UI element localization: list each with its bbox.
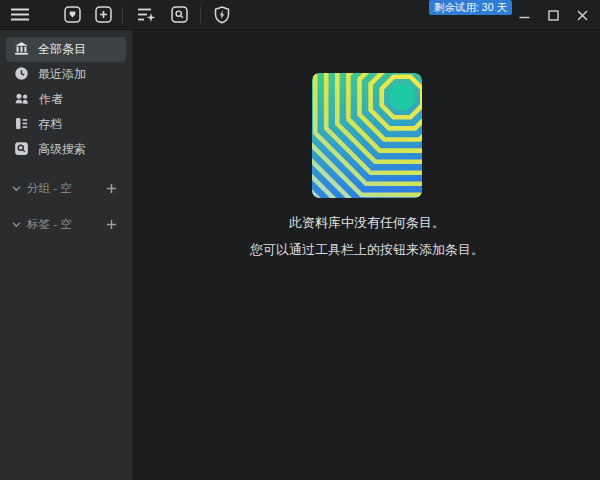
main-content: 此资料库中没有任何条目。 您可以通过工具栏上的按钮来添加条目。 [134,30,600,480]
hamburger-menu-icon[interactable] [7,3,33,27]
plus-icon[interactable] [102,179,120,197]
trial-badge[interactable]: 剩余试用: 30 天 [429,0,512,15]
empty-state-subtitle: 您可以通过工具栏上的按钮来添加条目。 [250,241,484,259]
clock-icon [14,66,29,84]
sidebar-item-label: 作者 [39,91,63,108]
toolbar-separator [122,7,123,23]
advanced-search-icon [14,141,29,159]
sidebar-section-tags[interactable]: 标签 - 空 [6,213,126,235]
sidebar-item-label: 存档 [38,116,62,133]
minimize-icon[interactable] [510,0,539,30]
sidebar: 全部条目 最近添加 作者 存档 高级搜索 分组 - 空 [0,30,133,480]
section-label: 标签 - 空 [27,217,72,232]
smart-list-star-icon[interactable] [133,3,159,27]
sidebar-item-label: 全部条目 [38,41,86,58]
section-label: 分组 - 空 [27,181,72,196]
toolbar-separator [200,7,201,23]
chevron-down-icon [12,218,21,230]
sidebar-item-archive[interactable]: 存档 [6,112,126,137]
sidebar-item-all-items[interactable]: 全部条目 [6,37,126,62]
archive-icon [14,116,29,134]
add-item-icon[interactable] [90,3,116,27]
plus-icon[interactable] [102,215,120,233]
titlebar: 剩余试用: 30 天 [0,0,600,30]
empty-state-title: 此资料库中没有任何条目。 [289,214,445,232]
sidebar-item-advanced-search[interactable]: 高级搜索 [6,137,126,162]
search-icon[interactable] [166,3,192,27]
import-item-icon[interactable] [59,3,85,27]
window-controls [510,0,597,30]
close-icon[interactable] [568,0,597,30]
artwork-center-blob [389,84,415,110]
maximize-icon[interactable] [539,0,568,30]
sidebar-item-label: 最近添加 [38,66,86,83]
sidebar-item-recently-added[interactable]: 最近添加 [6,62,126,87]
authors-people-icon [14,91,30,109]
sidebar-item-authors[interactable]: 作者 [6,87,126,112]
sidebar-item-label: 高级搜索 [38,141,86,158]
license-shield-icon[interactable] [209,3,235,27]
sidebar-section-groups[interactable]: 分组 - 空 [6,177,126,199]
chevron-down-icon [12,182,21,194]
library-building-icon [14,41,29,59]
empty-artwork [312,73,422,198]
